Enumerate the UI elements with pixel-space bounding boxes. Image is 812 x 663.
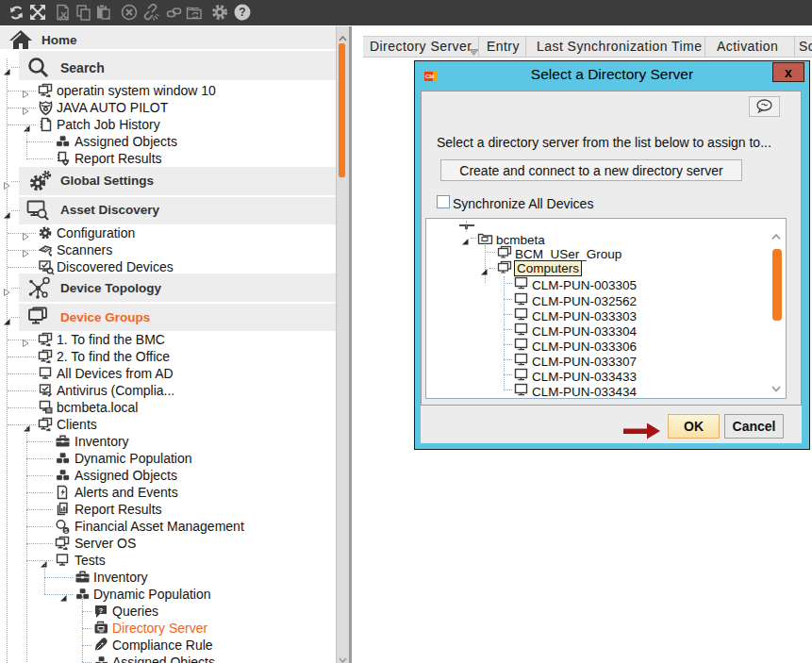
svg-text:?: ?	[99, 606, 104, 615]
svg-text:?: ?	[239, 6, 245, 19]
